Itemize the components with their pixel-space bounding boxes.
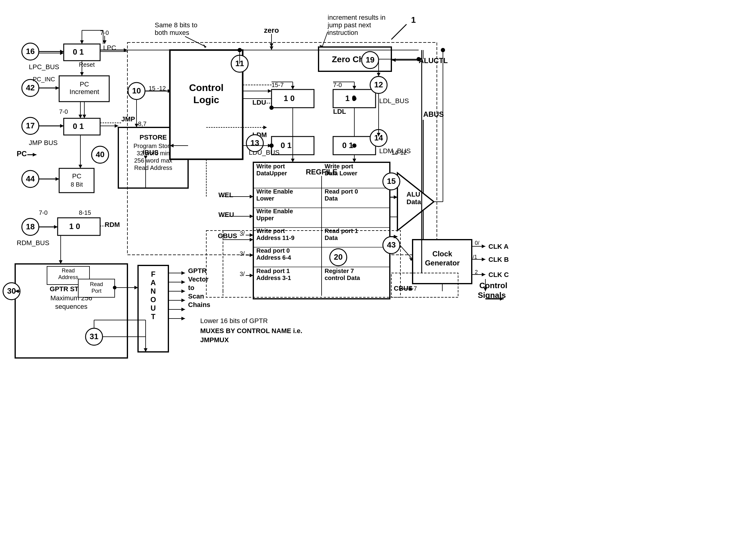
increment-note2: jump past next (327, 21, 371, 29)
gptr-vector-label2: Vector (188, 275, 209, 283)
lpc-bus-label: LPC_BUS (29, 63, 59, 71)
label-7-0-right: 7-0 (333, 82, 342, 88)
reg7-control-label: Register 7 (325, 268, 354, 274)
junction-dot-6 (417, 57, 421, 61)
fanout-label6: T (151, 312, 156, 321)
node-43-label: 43 (387, 240, 396, 249)
gptr-vector-label5: Chains (188, 301, 210, 309)
fanout-label4: O (150, 295, 156, 304)
write-enable-lower-label2: Lower (256, 195, 274, 202)
node-10-label: 10 (132, 86, 141, 95)
write-port-dataupper-label: Write port (256, 163, 285, 170)
ldm-mux-right-label: 0 1 (342, 141, 353, 150)
label-1slash: /1 (473, 254, 477, 260)
ibus-label: IBUS (143, 149, 159, 156)
read-port0-addr-label: Read port 0 (256, 247, 290, 254)
increment-note: increment results in (328, 14, 386, 21)
annotation-1: 1 (411, 15, 416, 25)
reg7-control-label2: control Data (325, 275, 360, 281)
jmp-bus-label: JMP BUS (29, 139, 58, 147)
muxes-label: MUXES BY CONTROL NAME i.e. (200, 327, 302, 335)
junction-dot-3 (352, 96, 356, 101)
reset-label: Reset (79, 61, 95, 68)
node-19-label: 19 (366, 55, 375, 64)
junction-dot-2 (269, 106, 274, 110)
junction-dot-5 (352, 143, 356, 148)
clk-b-label: CLK B (488, 256, 509, 263)
ldl-label: LDL (333, 108, 346, 115)
gstore-label4: sequences (55, 303, 87, 310)
gbus-label: GBUS (218, 232, 237, 240)
node-16-label: 16 (26, 47, 35, 56)
ldu-label: LDU (252, 99, 266, 106)
read-port0-data-label: Read port 0 (325, 188, 358, 195)
node-44-label: 44 (26, 174, 35, 183)
ldm-mux-left-label: 0 1 (281, 141, 292, 150)
ldl-bus-label: LDL_BUS (379, 97, 409, 105)
label-15-7: 15-7 (272, 82, 284, 88)
rdm-bus-label: RDM_BUS (17, 239, 49, 247)
jmp-mux-label: 0 1 (73, 122, 84, 131)
ldu-mux-label: 1 0 (284, 94, 295, 103)
weu-label: WEU (218, 211, 234, 218)
zero-label: zero (264, 26, 279, 34)
label-2: 2 (475, 269, 478, 275)
junction-dot-7 (238, 48, 242, 52)
write-port-data-lower-label: Write port (325, 163, 353, 170)
read-address-label: Read (62, 268, 75, 274)
write-enable-upper-label: Write Enable (256, 208, 293, 214)
jmp-label: JMP (121, 115, 135, 123)
same8bits-note: Same 8 bits to (155, 21, 197, 29)
label-14-12: 14-12 (391, 149, 407, 156)
rdm-label: RDM (105, 221, 120, 228)
fanout-label2: A (150, 278, 156, 287)
same8bits-note2: both muxes (155, 29, 189, 36)
control-logic-label2: Logic (193, 94, 219, 105)
write-port-dataupper-label2: DataUpper (256, 170, 287, 177)
write-enable-upper-label2: Upper (256, 215, 274, 221)
read-port1-data-label2: Data (325, 234, 338, 241)
node-13-label: 13 (251, 138, 259, 147)
muxes-label2: JMPMUX (200, 336, 229, 344)
pstore-label: PSTORE (140, 133, 167, 141)
gptr-vector-label4: Scan (188, 292, 204, 300)
alu-label: ALU (407, 191, 420, 198)
wel-label: WEL (218, 191, 233, 199)
pstore-label5: Read Address (134, 164, 172, 171)
diagram-container: 1 Same 8 bits to both muxes zero increme… (0, 0, 756, 543)
alu-label2: Data (407, 198, 421, 206)
control-signals-label: Control (479, 281, 507, 290)
lpc-mux-label: 0 1 (73, 47, 84, 56)
pstore-label4: 256 word max (134, 157, 172, 164)
clock-gen-label2: Generator (425, 259, 460, 267)
label-7-0-pc: 7-0 (59, 108, 68, 115)
pc-increment-label2: Increment (69, 88, 99, 96)
node-12-label: 12 (374, 80, 383, 89)
write-port-addr-label2: Address 11-9 (256, 234, 295, 241)
label-3slash-3: 3/ (240, 271, 245, 277)
node-18-label: 18 (26, 222, 35, 231)
clock-gen-label: Clock (432, 250, 452, 258)
gptr-vector-label3: to (188, 284, 194, 292)
write-enable-lower-label: Write Enable (256, 188, 293, 195)
node-31-label: 31 (90, 332, 99, 341)
label-8-15: 8-15 (79, 209, 91, 216)
label-8-7: 8,7 (138, 120, 147, 127)
lower16-label: Lower 16 bits of GPTR (200, 317, 268, 325)
pstore-label2: Program Store (133, 143, 173, 149)
pc-8bit-label2: 8 Bit (71, 181, 83, 188)
label-3slash-1: 3/ (240, 230, 245, 237)
node-20-label: 20 (334, 252, 343, 261)
node-42-label: 42 (26, 83, 35, 92)
read-port1-addr-label: Read port 1 (256, 268, 290, 274)
node-30-label: 30 (7, 286, 16, 295)
fanout-label5: U (150, 304, 156, 312)
label-7-0-rdm: 7-0 (39, 209, 48, 216)
pc-8bit (59, 168, 94, 193)
write-port-data-lower-label2: Data Lower (325, 170, 357, 177)
read-port1-addr-label2: Address 3-1 (256, 275, 291, 281)
read-port0-addr-label2: Address 6-4 (256, 254, 291, 261)
control-logic-label: Control (189, 82, 224, 93)
gptr-vector-label: GPTR (188, 267, 207, 275)
clk-c-label: CLK C (488, 271, 509, 278)
